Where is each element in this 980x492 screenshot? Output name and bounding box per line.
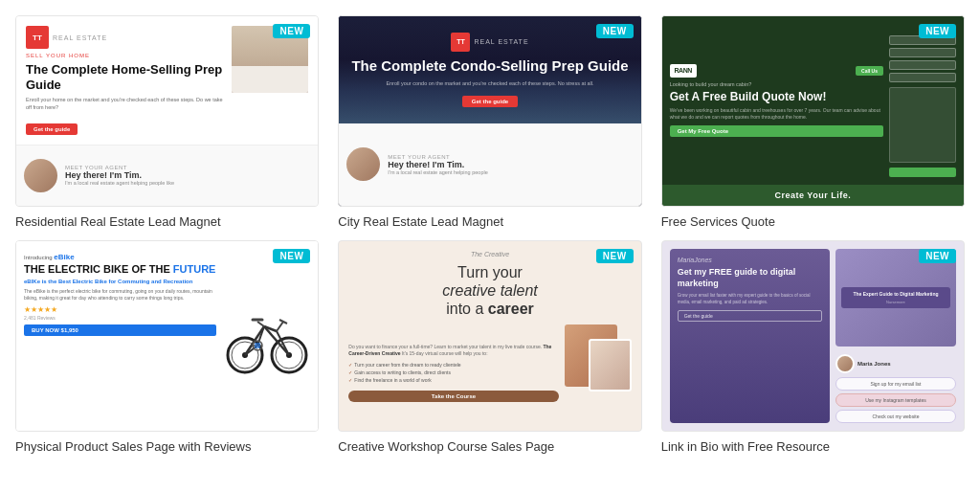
card2-brand: TT REAL ESTATE: [451, 33, 528, 52]
card6-avatar-name: Maria Jones: [858, 361, 891, 367]
card3-label: Free Services Quote: [661, 214, 965, 229]
card5-headline: Turn your creative talent into a career: [348, 263, 631, 319]
card1-agent-avatar: [24, 159, 57, 192]
checklist-item-1: ✓Turn your career from the dream to read…: [348, 362, 558, 368]
card2-headline: The Complete Condo-Selling Prep Guide: [351, 57, 628, 75]
card2-label: City Real Estate Lead Magnet: [338, 214, 641, 229]
card5-cta-button[interactable]: Take the Course: [348, 391, 558, 402]
card5-image-column: [565, 324, 632, 421]
card1-agent-name: Hey there! I'm Tim.: [65, 170, 310, 180]
card-free-services-quote[interactable]: NEW RANN Call Us Looking to build your d…: [661, 15, 965, 229]
card1-bottom-section: MEET YOUR AGENT Hey there! I'm Tim. I'm …: [16, 145, 318, 206]
svg-line-14: [257, 322, 264, 326]
card1-label: Residential Real Estate Lead Magnet: [15, 214, 319, 229]
card6-book-inner: The Expert Guide to Digital Marketing Nu…: [841, 287, 950, 308]
card6-brand: MariaJones: [678, 257, 822, 263]
card6-book: The Expert Guide to Digital Marketing Nu…: [835, 249, 956, 347]
card3-bottom-section: Create Your Life.: [662, 185, 964, 206]
card6-book-subtitle: Nursemore: [845, 300, 947, 304]
card3-form-area: [889, 24, 956, 177]
card6-inner: MariaJones Get my FREE guide to digital …: [662, 241, 964, 431]
card6-thumbnail: NEW MariaJones Get my FREE guide to digi…: [661, 240, 965, 432]
card3-logo: RANN: [670, 64, 697, 78]
card5-text-column: Do you want to finance your a full-time?…: [348, 324, 558, 421]
card6-headline: Get my FREE guide to digital marketing: [678, 267, 822, 289]
bike-svg: [224, 293, 310, 379]
new-badge: NEW: [919, 249, 956, 263]
card5-checklist: ✓Turn your career from the dream to read…: [348, 362, 558, 385]
card4-review-label: 2,481 Reviews: [24, 315, 216, 321]
card-city-real-estate[interactable]: NEW TT REAL ESTATE The Complete Condo-Se…: [338, 15, 641, 229]
card2-body: Enroll your condo on the market and you'…: [386, 80, 593, 88]
new-badge: NEW: [596, 24, 634, 38]
card2-agent-avatar: [346, 147, 380, 181]
template-grid: NEW TT REAL ESTATE SELL YOUR HOME The Co…: [15, 15, 965, 229]
card1-cta-button[interactable]: Get the guide: [26, 123, 78, 135]
card2-agent-info: MEET YOUR AGENT Hey there! I'm Tim. I'm …: [388, 154, 633, 175]
card1-agent-desc: I'm a local real estate agent helping pe…: [65, 180, 310, 186]
card2-bottom-section: MEET YOUR AGENT Hey there! I'm Tim. I'm …: [339, 123, 640, 206]
card3-field-2[interactable]: [889, 48, 956, 57]
card2-agent-name: Hey there! I'm Tim.: [388, 160, 633, 169]
new-badge: NEW: [596, 249, 634, 263]
new-badge: NEW: [273, 249, 310, 263]
card-residential-real-estate[interactable]: NEW TT REAL ESTATE SELL YOUR HOME The Co…: [15, 15, 319, 229]
card4-left-content: Introducing eBike THE ELECTRIC BIKE OF T…: [24, 249, 216, 423]
svg-line-12: [277, 322, 283, 331]
card-physical-product[interactable]: NEW Introducing eBike THE ELECTRIC BIKE …: [15, 240, 319, 454]
card1-agent-info: MEET YOUR AGENT Hey there! I'm Tim. I'm …: [65, 165, 310, 186]
card3-field-3[interactable]: [889, 60, 956, 70]
card6-book-title: The Expert Guide to Digital Marketing: [845, 291, 947, 298]
card-link-in-bio[interactable]: NEW MariaJones Get my FREE guide to digi…: [661, 240, 965, 454]
card6-link-1[interactable]: Sign up for my email list: [835, 377, 956, 391]
card6-link-3[interactable]: Check out my website: [835, 410, 956, 423]
card3-tagline: Create Your Life.: [774, 190, 851, 200]
card4-stars: ★★★★★: [24, 305, 216, 314]
card3-field-4[interactable]: [889, 73, 956, 82]
card6-right-section: The Expert Guide to Digital Marketing Nu…: [835, 249, 956, 423]
card5-thumbnail: NEW The Creative Turn your creative tale…: [338, 240, 641, 432]
card6-avatar: [835, 354, 855, 373]
card3-body: We've been working on beautiful cabin an…: [670, 107, 883, 121]
card3-text-area[interactable]: [889, 87, 956, 163]
card3-brand-row: RANN Call Us: [670, 64, 883, 78]
card-creative-workshop[interactable]: NEW The Creative Turn your creative tale…: [338, 240, 641, 454]
card6-avatar-row: Maria Jones: [835, 354, 956, 373]
card2-thumbnail: NEW TT REAL ESTATE The Complete Condo-Se…: [338, 15, 641, 207]
card3-thumbnail: NEW RANN Call Us Looking to build your d…: [661, 15, 965, 207]
checklist-item-3: ✓Find the freelance in a world of work: [348, 377, 558, 383]
card3-green-button[interactable]: Get My Free Quote: [670, 125, 883, 137]
card4-ebike-label: eBike: [54, 253, 74, 261]
card1-brand-text: REAL ESTATE: [53, 34, 107, 41]
card1-brand: TT REAL ESTATE: [26, 26, 224, 49]
card3-submit-button[interactable]: [889, 168, 956, 177]
card1-logo: TT: [26, 26, 49, 49]
card5-inner: The Creative Turn your creative talent i…: [339, 241, 640, 431]
checklist-item-2: ✓Gain access to writing to clients, dire…: [348, 369, 558, 375]
card4-desc-body: The eBike is the perfect electric bike f…: [24, 288, 216, 302]
new-badge: NEW: [919, 24, 956, 38]
card4-inner: Introducing eBike THE ELECTRIC BIKE OF T…: [16, 241, 318, 431]
card2-cta-button[interactable]: Get the guide: [462, 96, 518, 107]
card4-headline: THE ELECTRIC BIKE OF THE FUTURE: [24, 263, 216, 275]
card3-top-cta[interactable]: Call Us: [856, 66, 883, 76]
card5-body: Do you want to finance your a full-time?…: [348, 344, 558, 358]
card6-cta-button[interactable]: Get the guide: [678, 310, 822, 322]
card2-brand-text: REAL ESTATE: [474, 38, 528, 45]
card1-subbrand: SELL YOUR HOME: [26, 53, 224, 58]
card5-label: Creative Workshop Course Sales Page: [338, 439, 641, 454]
card6-link-2[interactable]: Use my Instagram templates: [835, 393, 956, 407]
card2-agent-desc: I'm a local real estate agent helping pe…: [388, 169, 633, 175]
card5-image-2: [589, 339, 632, 391]
card4-thumbnail: NEW Introducing eBike THE ELECTRIC BIKE …: [15, 240, 319, 432]
card6-left-section: MariaJones Get my FREE guide to digital …: [670, 249, 830, 423]
card5-content: Do you want to finance your a full-time?…: [348, 324, 631, 421]
template-grid-row2: NEW Introducing eBike THE ELECTRIC BIKE …: [15, 240, 965, 454]
card3-headline: Get A Free Build Quote Now!: [670, 90, 883, 103]
card4-desc-title: eBIKe is the Best Electric Bike for Comm…: [24, 279, 216, 286]
card4-buy-button[interactable]: BUY NOW $1,950: [24, 324, 216, 336]
card6-label: Link in Bio with Free Resource: [661, 439, 965, 454]
svg-rect-18: [255, 343, 260, 348]
card1-headline: The Complete Home-Selling Prep Guide: [26, 62, 224, 92]
card4-bike-image: [224, 249, 310, 423]
